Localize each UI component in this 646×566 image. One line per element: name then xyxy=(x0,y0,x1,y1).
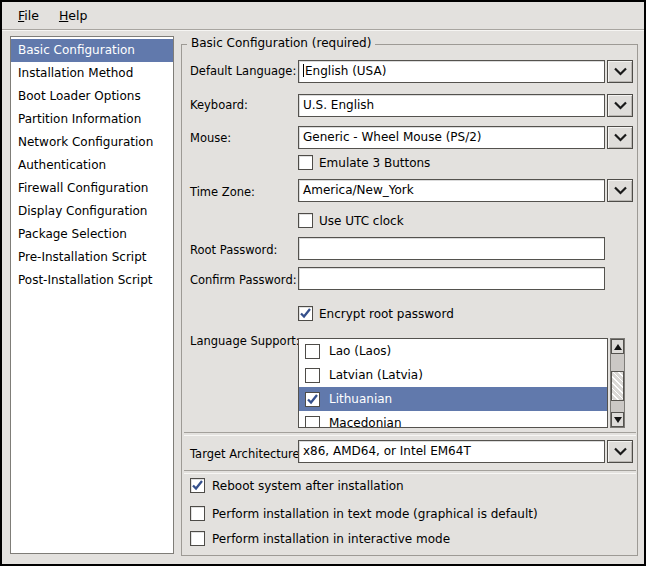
sidebar-item[interactable]: Installation Method xyxy=(11,62,173,85)
kickstart-configurator-window: File Help Basic Configuration Installati… xyxy=(0,0,646,566)
emulate-3-buttons-label: Emulate 3 Buttons xyxy=(319,156,430,171)
language-option-row[interactable]: Lithuanian xyxy=(299,387,607,411)
language-list-scrollbar[interactable] xyxy=(610,338,625,428)
mouse-value: Generic - Wheel Mouse (PS/2) xyxy=(303,130,482,144)
sidebar-item[interactable]: Post-Installation Script xyxy=(11,269,173,292)
keyboard-value: U.S. English xyxy=(303,98,374,112)
sidebar-item-label: Package Selection xyxy=(18,227,127,241)
text-mode-install-label: Perform installation in text mode (graph… xyxy=(212,507,538,522)
chevron-down-icon xyxy=(613,101,628,110)
sidebar-item[interactable]: Network Configuration xyxy=(11,131,173,154)
root-password-field[interactable] xyxy=(298,237,605,260)
language-option-checkbox[interactable] xyxy=(305,392,320,407)
sidebar-item-label: Partition Information xyxy=(18,112,141,126)
language-option-checkbox[interactable] xyxy=(305,344,320,359)
sidebar-item-label: Installation Method xyxy=(18,66,133,80)
encrypt-root-password-checkbox[interactable] xyxy=(298,306,313,321)
text-cursor xyxy=(303,64,304,77)
confirm-password-label: Confirm Password: xyxy=(190,273,297,287)
keyboard-label: Keyboard: xyxy=(190,98,248,112)
sidebar-item[interactable]: Package Selection xyxy=(11,223,173,246)
sidebar-item[interactable]: Basic Configuration xyxy=(11,39,173,62)
sidebar-item-label: Boot Loader Options xyxy=(18,89,141,103)
scroll-up-button[interactable] xyxy=(611,339,624,354)
scrollbar-thumb[interactable] xyxy=(611,371,624,401)
language-option-label: Lao (Laos) xyxy=(329,344,391,358)
check-icon xyxy=(191,479,204,492)
language-option-row[interactable]: Lao (Laos) xyxy=(299,339,607,363)
interactive-install-checkbox[interactable] xyxy=(190,531,205,546)
default-language-value: English (USA) xyxy=(305,64,386,78)
sidebar-item[interactable]: Authentication xyxy=(11,154,173,177)
interactive-install-label: Perform installation in interactive mode xyxy=(212,532,450,547)
default-language-label: Default Language: xyxy=(190,64,296,78)
sidebar-item[interactable]: Boot Loader Options xyxy=(11,85,173,108)
arrow-down-icon xyxy=(614,417,622,423)
sidebar-item[interactable]: Firewall Configuration xyxy=(11,177,173,200)
keyboard-dropdown-button[interactable] xyxy=(607,94,633,117)
check-icon xyxy=(306,393,319,406)
scroll-down-button[interactable] xyxy=(611,412,624,427)
sidebar-item-label: Display Configuration xyxy=(18,204,147,218)
emulate-3-buttons-checkbox[interactable] xyxy=(298,155,313,170)
target-architecture-value: x86, AMD64, or Intel EM64T xyxy=(303,444,471,458)
keyboard-combo[interactable]: U.S. English xyxy=(298,94,605,117)
time-zone-combo[interactable]: America/New_York xyxy=(298,179,605,202)
sidebar-item[interactable]: Partition Information xyxy=(11,108,173,131)
language-option-checkbox[interactable] xyxy=(305,416,320,429)
mouse-label: Mouse: xyxy=(190,131,231,145)
sidebar-item[interactable]: Display Configuration xyxy=(11,200,173,223)
use-utc-clock-checkbox[interactable] xyxy=(298,213,313,228)
time-zone-label: Time Zone: xyxy=(190,185,255,199)
mouse-combo[interactable]: Generic - Wheel Mouse (PS/2) xyxy=(298,126,605,149)
reboot-after-install-checkbox[interactable] xyxy=(190,478,205,493)
target-architecture-label: Target Architecture: xyxy=(190,447,304,461)
chevron-down-icon xyxy=(613,133,628,142)
separator xyxy=(184,470,636,474)
root-password-label: Root Password: xyxy=(190,243,277,257)
use-utc-clock-label: Use UTC clock xyxy=(319,214,404,229)
sidebar-item-label: Basic Configuration xyxy=(18,43,135,57)
default-language-dropdown-button[interactable] xyxy=(607,60,633,83)
text-mode-install-checkbox[interactable] xyxy=(190,506,205,521)
language-option-row[interactable]: Latvian (Latvia) xyxy=(299,363,607,387)
target-architecture-dropdown-button[interactable] xyxy=(607,440,633,463)
menu-help[interactable]: Help xyxy=(53,5,94,26)
language-support-label: Language Support: xyxy=(190,334,300,348)
menu-file[interactable]: File xyxy=(12,5,45,26)
sidebar-item-label: Post-Installation Script xyxy=(18,273,153,287)
frame-title: Basic Configuration (required) xyxy=(187,36,375,50)
arrow-up-icon xyxy=(614,344,622,350)
chevron-down-icon xyxy=(613,447,628,456)
default-language-combo[interactable]: English (USA) xyxy=(298,60,605,83)
basic-configuration-frame: Basic Configuration (required) Default L… xyxy=(181,44,638,556)
sidebar-item-label: Pre-Installation Script xyxy=(18,250,147,264)
language-option-row[interactable]: Macedonian xyxy=(299,411,607,428)
sidebar-item-label: Authentication xyxy=(18,158,106,172)
sidebar-item[interactable]: Pre-Installation Script xyxy=(11,246,173,269)
language-option-label: Macedonian xyxy=(329,416,402,428)
menu-bar: File Help xyxy=(2,2,644,30)
sidebar-item-label: Network Configuration xyxy=(18,135,153,149)
time-zone-value: America/New_York xyxy=(303,183,414,197)
section-list: Basic Configuration Installation Method … xyxy=(10,36,174,554)
separator xyxy=(184,432,636,436)
language-support-list[interactable]: Lao (Laos) Latvian (Latvia) Lithuanian xyxy=(298,338,608,428)
language-option-checkbox[interactable] xyxy=(305,368,320,383)
language-option-label: Latvian (Latvia) xyxy=(329,368,423,382)
check-icon xyxy=(299,307,312,320)
reboot-after-install-label: Reboot system after installation xyxy=(212,479,404,494)
encrypt-root-password-label: Encrypt root password xyxy=(319,307,454,322)
target-architecture-combo[interactable]: x86, AMD64, or Intel EM64T xyxy=(298,440,605,463)
time-zone-dropdown-button[interactable] xyxy=(607,179,633,202)
sidebar-item-label: Firewall Configuration xyxy=(18,181,148,195)
confirm-password-field[interactable] xyxy=(298,267,605,290)
chevron-down-icon xyxy=(613,67,628,76)
language-option-label: Lithuanian xyxy=(329,392,392,406)
chevron-down-icon xyxy=(613,186,628,195)
mouse-dropdown-button[interactable] xyxy=(607,126,633,149)
